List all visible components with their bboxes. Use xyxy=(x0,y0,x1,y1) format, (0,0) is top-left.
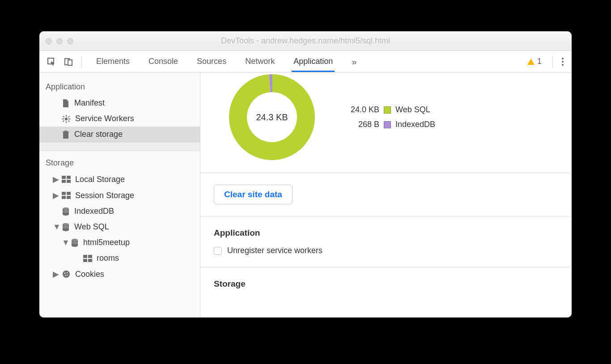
panel-tabs: Elements Console Sources Network Applica… xyxy=(94,51,358,72)
sidebar-item-label: Cookies xyxy=(75,270,104,279)
devtools-window: DevTools - andrew.hedges.name/html5/sql.… xyxy=(39,31,572,317)
tab-elements[interactable]: Elements xyxy=(94,51,132,72)
svg-rect-7 xyxy=(68,119,70,119)
inspect-element-icon[interactable] xyxy=(46,56,57,68)
panel-content: Application Manifest Service Workers xyxy=(39,72,572,317)
svg-rect-22 xyxy=(67,196,71,199)
svg-point-24 xyxy=(63,210,69,213)
db-icon xyxy=(62,223,70,232)
cookie-icon xyxy=(62,270,71,279)
clear-site-data-button[interactable]: Clear site data xyxy=(214,185,293,204)
sidebar-item-websql-table[interactable]: rooms xyxy=(39,250,200,266)
warnings-indicator[interactable]: 1 xyxy=(527,57,542,66)
sidebar-separator xyxy=(39,142,200,151)
tab-network[interactable]: Network xyxy=(243,51,276,72)
svg-point-38 xyxy=(67,272,68,273)
svg-rect-34 xyxy=(83,259,87,262)
svg-rect-12 xyxy=(63,132,68,139)
svg-rect-5 xyxy=(66,121,67,123)
svg-point-3 xyxy=(65,117,68,120)
usage-total-label: 24.3 KB xyxy=(227,72,317,162)
more-menu-icon[interactable] xyxy=(562,58,564,66)
sidebar-item-label: Clear storage xyxy=(74,130,123,139)
svg-rect-35 xyxy=(88,259,92,262)
clear-site-data-section: Clear site data xyxy=(200,173,572,216)
chevron-right-icon: ▶ xyxy=(53,269,57,279)
svg-rect-32 xyxy=(83,255,87,258)
sidebar-item-indexeddb[interactable]: IndexedDB xyxy=(39,203,200,219)
svg-rect-15 xyxy=(62,176,66,179)
svg-rect-19 xyxy=(62,192,66,195)
section-title: Application xyxy=(214,228,572,238)
svg-point-30 xyxy=(72,241,78,244)
tab-application[interactable]: Application xyxy=(292,51,335,72)
unregister-sw-row[interactable]: Unregister service workers xyxy=(214,246,572,255)
group-title-application: Application xyxy=(39,75,200,95)
legend-swatch xyxy=(384,106,391,114)
legend-item-indexeddb: 268 B IndexedDB xyxy=(344,120,435,129)
svg-rect-20 xyxy=(67,192,71,195)
titlebar: DevTools - andrew.hedges.name/html5/sql.… xyxy=(39,31,572,51)
svg-rect-33 xyxy=(88,255,92,258)
svg-rect-10 xyxy=(63,120,64,122)
device-toolbar-icon[interactable] xyxy=(63,56,74,68)
section-title: Storage xyxy=(214,279,572,289)
table-icon xyxy=(62,176,71,183)
legend-size: 268 B xyxy=(344,120,379,129)
application-section: Application Unregister service workers xyxy=(200,216,572,267)
svg-rect-14 xyxy=(64,131,67,131)
application-sidebar: Application Manifest Service Workers xyxy=(39,72,200,317)
legend-size: 24.0 KB xyxy=(344,105,379,114)
sidebar-item-label: Service Workers xyxy=(75,114,134,123)
sidebar-item-label: Session Storage xyxy=(75,191,134,200)
tab-console[interactable]: Console xyxy=(147,51,180,72)
toolbar-separator xyxy=(552,56,553,68)
sidebar-item-clear-storage[interactable]: Clear storage xyxy=(39,127,200,142)
svg-point-39 xyxy=(65,275,67,276)
svg-rect-13 xyxy=(63,131,69,132)
svg-rect-9 xyxy=(68,120,70,122)
tab-sources[interactable]: Sources xyxy=(195,51,228,72)
db-icon xyxy=(71,238,79,247)
sidebar-item-service-workers[interactable]: Service Workers xyxy=(39,111,200,127)
svg-rect-11 xyxy=(68,115,70,117)
legend-label: Web SQL xyxy=(395,105,430,114)
svg-rect-21 xyxy=(62,196,66,199)
sidebar-item-label: html5meetup xyxy=(83,238,130,247)
sidebar-item-local-storage[interactable]: ▶ Local Storage xyxy=(39,171,200,187)
svg-point-40 xyxy=(67,275,68,275)
chevron-right-icon: ▶ xyxy=(53,174,57,184)
storage-section: Storage xyxy=(200,267,572,315)
sidebar-item-cookies[interactable]: ▶ Cookies xyxy=(39,266,200,282)
checkbox[interactable] xyxy=(214,247,222,255)
chevron-down-icon: ▼ xyxy=(62,238,66,247)
svg-rect-18 xyxy=(67,180,71,183)
sidebar-item-websql-db[interactable]: ▼ html5meetup xyxy=(39,235,200,250)
svg-rect-2 xyxy=(68,60,72,65)
svg-rect-4 xyxy=(66,115,67,117)
legend-item-websql: 24.0 KB Web SQL xyxy=(344,105,435,114)
sidebar-item-label: IndexedDB xyxy=(74,207,114,216)
clear-storage-panel: 24.3 KB 24.0 KB Web SQL 268 B IndexedDB xyxy=(200,72,572,317)
chevron-down-icon: ▼ xyxy=(53,222,57,232)
sidebar-item-session-storage[interactable]: ▶ Session Storage xyxy=(39,187,200,203)
warning-count: 1 xyxy=(537,57,542,66)
svg-point-36 xyxy=(63,271,70,278)
sidebar-item-label: Local Storage xyxy=(75,175,125,184)
sidebar-item-label: Web SQL xyxy=(74,222,109,232)
checkbox-label: Unregister service workers xyxy=(227,246,322,255)
sidebar-item-web-sql[interactable]: ▼ Web SQL xyxy=(39,219,200,235)
table-icon xyxy=(83,255,92,262)
file-icon xyxy=(62,99,70,108)
svg-rect-17 xyxy=(62,180,66,183)
svg-rect-16 xyxy=(67,176,71,179)
usage-legend: 24.0 KB Web SQL 268 B IndexedDB xyxy=(344,105,435,129)
table-icon xyxy=(62,192,71,199)
usage-donut: 24.3 KB xyxy=(227,72,317,162)
sidebar-item-label: Manifest xyxy=(74,98,105,108)
sidebar-item-manifest[interactable]: Manifest xyxy=(39,95,200,111)
usage-chart-row: 24.3 KB 24.0 KB Web SQL 268 B IndexedDB xyxy=(200,72,572,173)
group-title-storage: Storage xyxy=(39,151,200,171)
tabs-overflow-icon[interactable]: » xyxy=(350,51,358,72)
warning-icon xyxy=(527,59,535,65)
